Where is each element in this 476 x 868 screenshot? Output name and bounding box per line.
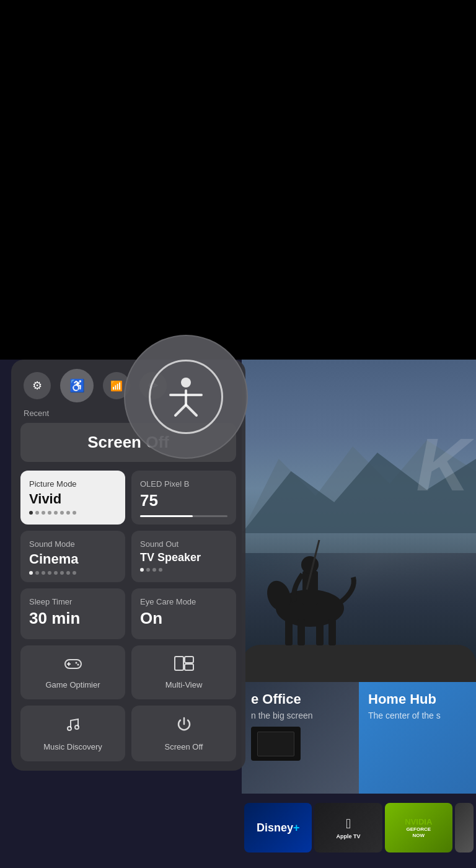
sdot-6: [60, 571, 64, 575]
picture-mode-dots: [29, 511, 117, 515]
svg-point-9: [301, 556, 319, 574]
hub-card[interactable]: Home Hub The center of the s: [359, 682, 476, 794]
sound-out-card[interactable]: Sound Out TV Speaker: [131, 531, 236, 582]
power-icon: [175, 715, 193, 737]
svg-rect-3: [285, 618, 293, 645]
sound-mode-card[interactable]: Sound Mode Cinema: [20, 531, 125, 582]
picture-mode-value: Vivid: [29, 491, 117, 507]
sleep-timer-label: Sleep Timer: [29, 597, 117, 606]
sound-out-label: Sound Out: [140, 539, 227, 549]
music-discovery-label: Music Discovery: [43, 742, 102, 751]
svg-point-14: [75, 662, 77, 664]
wifi-icon: 📶: [110, 380, 123, 392]
eye-care-card[interactable]: Eye Care Mode On: [131, 588, 236, 639]
person-accessibility-icon: [164, 375, 208, 418]
oled-pixel-card[interactable]: OLED Pixel B 75: [131, 471, 236, 525]
sound-out-dots: [140, 568, 227, 572]
svg-rect-6: [328, 619, 336, 645]
k-letter: K: [416, 422, 470, 507]
svg-line-24: [175, 405, 186, 415]
oled-pixel-value: 75: [140, 491, 227, 510]
dot-3: [42, 511, 45, 515]
sound-mode-label: Sound Mode: [29, 539, 117, 549]
dot-8: [73, 511, 76, 515]
screen-off-icon-card[interactable]: Screen Off: [131, 706, 236, 761]
office-card-title: e Office: [251, 691, 350, 707]
sdot-5: [54, 571, 58, 575]
multi-view-label: Multi-View: [165, 680, 203, 689]
screen-off-icon-label: Screen Off: [165, 742, 203, 751]
music-icon: [64, 715, 82, 737]
black-top-area: [0, 0, 476, 360]
oled-progress-bar: [140, 515, 227, 517]
picture-mode-label: Picture Mode: [29, 479, 117, 489]
game-optimier-card[interactable]: Game Optimier: [20, 645, 125, 699]
multi-view-card[interactable]: Multi-View: [131, 645, 236, 699]
nvidia-app-icon[interactable]: NVIDIA GEFORCE NOW: [385, 803, 452, 852]
oled-progress-fill: [140, 515, 193, 517]
sdot-2: [35, 571, 39, 575]
dot-7: [66, 511, 70, 515]
music-discovery-card[interactable]: Music Discovery: [20, 706, 125, 761]
oled-pixel-label: OLED Pixel B: [140, 479, 227, 489]
app-icons-row: Disney+  Apple TV NVIDIA GEFORCE NOW: [242, 800, 476, 856]
svg-point-15: [77, 664, 79, 666]
content-cards-row: e Office n the big screen Home Hub The c…: [242, 682, 476, 794]
appletv-app-icon[interactable]:  Apple TV: [314, 803, 382, 852]
sleep-timer-value: 30 min: [29, 609, 117, 628]
svg-rect-4: [298, 619, 305, 645]
accessibility-icon: ♿: [69, 378, 85, 393]
svg-point-20: [75, 725, 79, 729]
settings-grid: Picture Mode Vivid OLED Pixel B 75: [20, 471, 236, 761]
sound-mode-dots: [29, 571, 117, 575]
settings-icon-btn[interactable]: ⚙: [24, 372, 51, 399]
partial-app-icon[interactable]: [455, 803, 474, 852]
sodot-4: [159, 568, 162, 572]
hub-card-title: Home Hub: [368, 691, 467, 707]
dot-2: [35, 511, 39, 515]
sound-mode-value: Cinema: [29, 551, 117, 567]
svg-point-19: [68, 727, 71, 730]
sodot-3: [152, 568, 156, 572]
sodot-2: [146, 568, 150, 572]
office-card-subtitle: n the big screen: [251, 711, 350, 720]
dot-4: [48, 511, 51, 515]
svg-point-21: [181, 378, 191, 388]
office-card[interactable]: e Office n the big screen: [242, 682, 359, 794]
tv-content-image: K: [242, 360, 476, 682]
gear-icon: ⚙: [32, 379, 42, 392]
svg-rect-16: [175, 657, 183, 670]
eye-care-label: Eye Care Mode: [140, 597, 227, 606]
eye-care-value: On: [140, 609, 227, 628]
sleep-timer-card[interactable]: Sleep Timer 30 min: [20, 588, 125, 639]
multiview-icon: [174, 655, 194, 675]
svg-rect-18: [185, 664, 193, 670]
accessibility-icon-btn[interactable]: ♿: [60, 369, 94, 402]
svg-rect-5: [316, 618, 324, 645]
game-optimier-label: Game Optimier: [45, 680, 100, 689]
picture-mode-card[interactable]: Picture Mode Vivid: [20, 471, 125, 525]
dot-5: [54, 511, 58, 515]
sound-out-value: TV Speaker: [140, 551, 227, 564]
svg-line-25: [186, 405, 196, 415]
gamepad-icon: [64, 655, 82, 675]
dot-6: [60, 511, 64, 515]
sodot-1: [140, 568, 144, 572]
svg-rect-17: [185, 657, 193, 663]
sdot-1: [29, 571, 33, 575]
accessibility-inner-circle: [149, 360, 223, 434]
sdot-7: [66, 571, 70, 575]
disney-app-icon[interactable]: Disney+: [244, 803, 312, 852]
accessibility-overlay[interactable]: [124, 335, 248, 459]
dot-1: [29, 511, 33, 515]
sdot-8: [73, 571, 76, 575]
sdot-3: [42, 571, 45, 575]
hub-card-subtitle: The center of the s: [368, 711, 467, 720]
sdot-4: [48, 571, 51, 575]
